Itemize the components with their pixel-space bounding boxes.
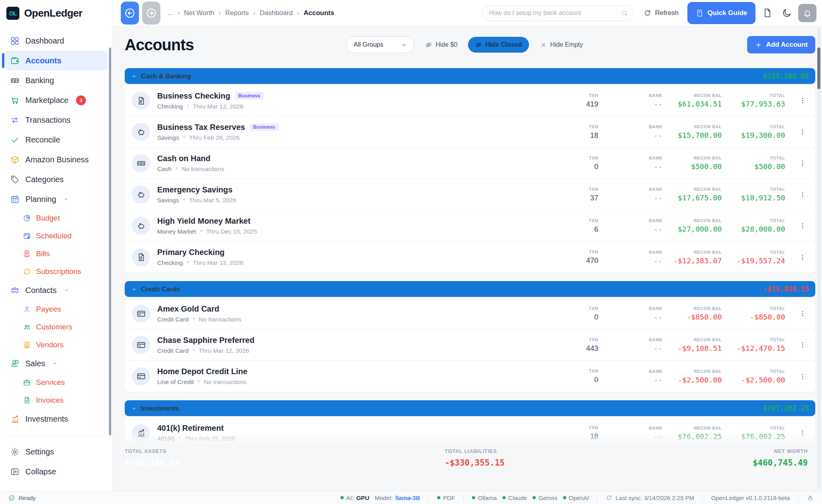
search-input[interactable] [489,10,621,17]
row-menu-button[interactable] [785,341,807,349]
piggy-icon [132,123,150,141]
sidebar-item-budget[interactable]: Budget [5,209,108,227]
row-menu-button[interactable] [785,373,807,380]
row-menu-button[interactable] [785,159,807,167]
account-row[interactable]: Amex Gold CardCredit Card*No transaction… [125,298,815,329]
sidebar-item-invoices[interactable]: Invoices [5,391,108,409]
total-assets: TOTAL ASSETS $791,100.64 [125,448,180,468]
sidebar-item-sales[interactable]: Sales [5,354,108,373]
status-last-sync: Last sync: 3/14/2026 2:29 PM [606,494,694,501]
breadcrumb-item-net-worth[interactable]: Net Worth [184,9,214,17]
green-dot-icon [533,496,536,499]
sidebar-item-customers[interactable]: Customers [5,318,108,336]
bank-value: -- [654,344,662,352]
sidebar-item-banking[interactable]: Banking [5,70,108,90]
row-menu-button[interactable] [785,128,807,136]
account-row[interactable]: Primary CheckingChecking*Thru Mar 12, 20… [125,242,815,273]
account-row[interactable]: Home Depot Credit LineLine of Credit*No … [125,361,815,392]
sidebar-item-scheduled[interactable]: Scheduled [5,227,108,245]
group-filter-select[interactable]: All Groups [346,36,414,53]
sidebar-item-transactions[interactable]: Transactions [5,110,108,130]
main-scrollbar-track[interactable] [817,28,820,489]
sidebar-item-bills[interactable]: Bills [5,245,108,262]
account-row[interactable]: Business CheckingBusinessChecking*Thru M… [125,85,815,116]
sidebar-item-contacts[interactable]: Contacts [5,280,108,300]
main-scrollbar-thumb[interactable] [817,48,820,89]
sidebar-item-reconcile[interactable]: Reconcile [5,130,108,150]
sidebar-item-categories[interactable]: Categories [5,169,108,189]
row-menu-button[interactable] [785,310,807,318]
hide-empty-toggle[interactable]: Hide Empty [540,41,583,49]
search-icon[interactable] [621,10,628,17]
account-type: Checking [157,103,183,110]
sidebar-item-dashboard[interactable]: Dashboard [5,31,108,51]
account-main: Emergency SavingsSavings*Thru Mar 5, 202… [157,185,236,204]
sidebar-scrollbar[interactable] [109,48,111,436]
sidebar-item-marketplace[interactable]: Marketplace3 [5,90,108,110]
total-assets-label: TOTAL ASSETS [125,448,180,454]
dark-mode-button[interactable] [778,5,795,21]
account-row[interactable]: Cash on HandCash*No transactionsTXN0BANK… [125,148,815,179]
net-worth-label: NET WORTH [753,448,808,454]
section-card: Amex Gold CardCredit Card*No transaction… [125,298,815,392]
sidebar-item-amazon-business[interactable]: Amazon Business [5,150,108,169]
sidebar-item-collapse[interactable]: Collapse [5,462,108,481]
sidebar-item-services[interactable]: Services [5,373,108,391]
row-menu-button[interactable] [785,190,807,198]
account-name: Chase Sapphire Preferred [157,336,255,345]
document-button[interactable] [759,5,775,21]
green-dot-icon [437,496,440,499]
breadcrumb-item-dashboard[interactable]: Dashboard [260,9,293,17]
x-icon [540,41,547,49]
sidebar-item-vendors[interactable]: Vendors [5,336,108,354]
provider-label: Claude [508,494,527,501]
sidebar-item-accounts[interactable]: Accounts [5,51,108,70]
total-column-label: TOTAL [770,337,785,342]
breadcrumb-item-[interactable]: ... [167,9,173,17]
section-header-investments[interactable]: Investments$207,202.25 [125,400,815,416]
hide-zero-toggle[interactable]: Hide $0 [425,41,457,49]
notifications-button[interactable] [798,4,816,22]
row-menu-button[interactable] [785,97,807,105]
sidebar-item-payees[interactable]: Payees [5,300,108,318]
sidebar-item-label: Categories [25,175,64,184]
asterisk-icon: * [183,135,185,141]
row-menu-button[interactable] [785,253,807,261]
account-row[interactable]: High Yield Money MarketMoney Market*Thru… [125,210,815,242]
recon-column-label: RECON BAL [694,218,722,223]
breadcrumb-item-reports[interactable]: Reports [225,9,249,17]
section-header-cash-banking[interactable]: Cash & Banking$125,108.89 [125,68,815,84]
logo-row: OL OpenLedger [0,0,112,26]
account-columns: TXN0BANK--RECON BAL$500.00TOTAL$500.00 [568,156,807,171]
status-right: AI: GPU Model: llama-3B PDF OllamaClaude… [341,494,814,501]
cash-icon [132,154,150,172]
refresh-button[interactable]: Refresh [643,9,679,17]
account-info: No transactions [204,378,247,386]
sidebar-item-label: Collapse [25,467,56,476]
sidebar-item-label: Subscriptions [36,267,81,276]
account-type: Money Market [157,228,196,235]
bank-value: -- [654,376,662,384]
net-worth: NET WORTH $460,745.49 [753,448,808,468]
add-account-button[interactable]: Add Account [747,36,815,53]
sidebar-item-investments[interactable]: Investments [5,409,108,429]
sidebar-item-planning[interactable]: Planning [5,189,108,209]
doc-icon [132,91,150,110]
breadcrumb-item-accounts[interactable]: Accounts [304,9,334,17]
nav-back-button[interactable] [121,2,139,25]
account-row[interactable]: Business Tax ReservesBusinessSavings*Thr… [125,116,815,148]
sidebar-item-settings[interactable]: Settings [5,442,108,462]
account-info: Thru Dec 15, 2025 [206,228,257,235]
section-title: Investments [141,405,179,412]
refresh-icon [643,9,651,17]
section-header-credit-cards[interactable]: Credit Cards-$15,820.15 [125,281,815,297]
account-row[interactable]: Emergency SavingsSavings*Thru Mar 5, 202… [125,179,815,210]
model-value[interactable]: llama-3B [396,494,421,501]
account-row[interactable]: Chase Sapphire PreferredCredit Card*Thru… [125,329,815,361]
bank-value: -- [654,257,662,265]
hide-closed-toggle[interactable]: Hide Closed [468,37,529,53]
quick-guide-button[interactable]: Quick Guide [687,2,755,24]
sidebar-item-subscriptions[interactable]: Subscriptions [5,262,108,280]
nav-forward-button[interactable] [142,2,160,25]
row-menu-button[interactable] [785,222,807,230]
